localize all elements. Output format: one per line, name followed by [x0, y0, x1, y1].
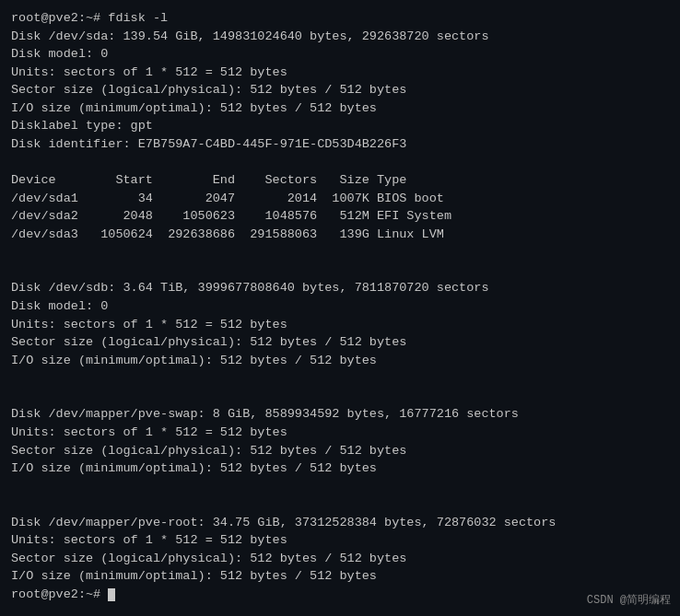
terminal-output: root@pve2:~# fdisk -l Disk /dev/sda: 139… [11, 9, 669, 604]
watermark: CSDN @简明编程 [587, 593, 671, 609]
terminal-window: root@pve2:~# fdisk -l Disk /dev/sda: 139… [0, 0, 680, 616]
terminal-cursor [108, 588, 115, 601]
